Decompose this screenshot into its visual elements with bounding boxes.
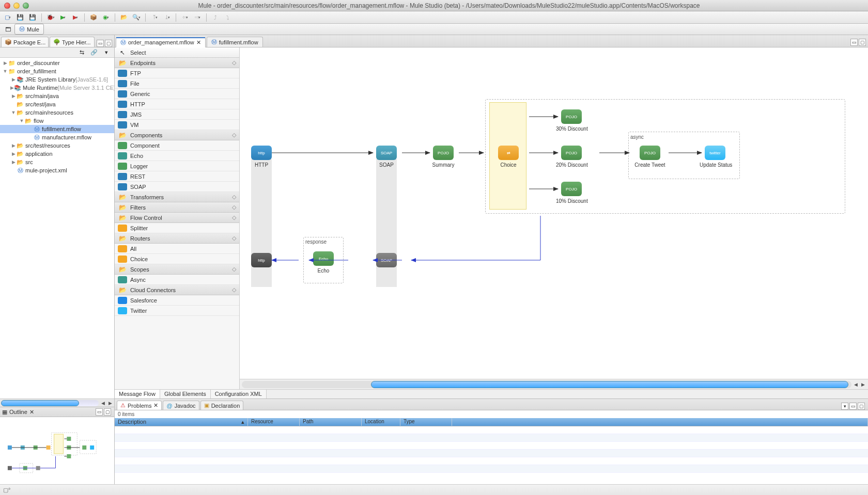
palette-entry[interactable]: Salesforce — [115, 295, 239, 306]
col-resource[interactable]: Resource — [248, 418, 300, 426]
tree-item[interactable]: Ⓜfufillment.mflow — [0, 125, 114, 133]
palette-entry[interactable]: Echo — [115, 151, 239, 161]
palette-category[interactable]: 📂Routers◇ — [115, 233, 239, 244]
tab-global-elements[interactable]: Global Elements — [160, 390, 211, 398]
tab-message-flow[interactable]: Message Flow — [115, 390, 160, 398]
view-minimize-button[interactable]: ▭ — [97, 40, 104, 47]
tree-twisty[interactable]: ▶ — [10, 151, 17, 156]
javadoc-tab[interactable]: @ Javadoc — [163, 401, 199, 410]
palette-entry[interactable]: Twitter — [115, 306, 239, 316]
tree-twisty[interactable]: ▶ — [10, 93, 17, 99]
palette-pin-icon[interactable]: ◇ — [232, 214, 236, 221]
palette-entry[interactable]: Component — [115, 140, 239, 151]
new-package-button[interactable]: 📦 — [88, 12, 99, 23]
palette-pin-icon[interactable]: ◇ — [232, 235, 236, 242]
node-30-discount[interactable]: POJO 30% Discount — [556, 109, 587, 132]
tree-item[interactable]: ▼📁order_fufillment — [0, 67, 114, 75]
tree-item[interactable]: ▶📚Mule Runtime [Mule Server 3.1.1 CE] — [0, 84, 114, 92]
palette-entry[interactable]: All — [115, 244, 239, 254]
mule-perspective-button[interactable]: Ⓜ Mule — [14, 24, 44, 35]
window-zoom-button[interactable] — [23, 3, 29, 9]
editor-minimize-button[interactable]: ▭ — [850, 39, 858, 46]
tree-twisty[interactable]: ▶ — [10, 77, 17, 82]
palette-category[interactable]: 📂Endpoints◇ — [115, 58, 239, 68]
palette-select-tool[interactable]: ↖ Select — [115, 47, 239, 58]
tree-item[interactable]: Ⓜmanufacturer.mflow — [0, 133, 114, 141]
palette-category[interactable]: 📂Components◇ — [115, 130, 239, 140]
collapse-all-button[interactable]: ⇆ — [76, 47, 87, 58]
palette-category[interactable]: 📂Transformers◇ — [115, 192, 239, 202]
nav-back-button[interactable]: ⇦▾ — [179, 12, 191, 23]
outline-tab[interactable]: ▦ Outline ✕ ▭ ▢ — [0, 407, 114, 417]
canvas-horizontal-scrollbar[interactable]: ◀ ▶ — [240, 379, 868, 389]
palette-entry[interactable]: VM — [115, 120, 239, 130]
palette-entry[interactable]: Choice — [115, 254, 239, 264]
palette-category[interactable]: 📂Flow Control◇ — [115, 213, 239, 223]
new-class-button[interactable]: ◉▾ — [100, 12, 112, 23]
tree-twisty[interactable]: ▶ — [2, 60, 8, 66]
palette-entry[interactable]: HTTP — [115, 99, 239, 109]
tree-item[interactable]: ▶📁order_discounter — [0, 59, 114, 67]
node-soap-return[interactable]: SOAP — [371, 253, 402, 267]
external-tools-button[interactable]: ▶▾ — [70, 12, 81, 23]
link-editor-button[interactable]: 🔗 — [88, 47, 100, 58]
toolbar-extra-2[interactable]: ⤵ — [222, 12, 234, 23]
palette-category[interactable]: 📂Scopes◇ — [115, 264, 239, 275]
palette-entry[interactable]: JMS — [115, 109, 239, 120]
palette[interactable]: ↖ Select 📂Endpoints◇FTPFileGenericHTTPJM… — [115, 47, 240, 389]
tree-item[interactable]: 📂src/test/java — [0, 100, 114, 108]
palette-pin-icon[interactable]: ◇ — [232, 286, 236, 293]
palette-entry[interactable]: FTP — [115, 68, 239, 78]
save-all-button[interactable]: 💾 — [27, 12, 38, 23]
palette-entry[interactable]: Generic — [115, 89, 239, 99]
col-location[interactable]: Location — [362, 418, 400, 426]
debug-button[interactable]: 🐞▾ — [45, 12, 56, 23]
tree-item[interactable]: ▼📂flow — [0, 117, 114, 125]
scroll-right-icon[interactable]: ▶ — [860, 381, 866, 388]
view-menu-button[interactable]: ▾ — [101, 47, 112, 58]
toolbar-extra-1[interactable]: ⤴ — [210, 12, 221, 23]
node-soap[interactable]: SOAP SOAP — [371, 146, 402, 168]
window-close-button[interactable] — [4, 3, 10, 9]
palette-entry[interactable]: SOAP — [115, 182, 239, 192]
node-create-tweet[interactable]: POJO Create Tweet — [634, 146, 665, 168]
node-summary[interactable]: POJO Summary — [428, 146, 459, 168]
close-icon[interactable]: ✕ — [153, 402, 158, 409]
col-description[interactable]: Description ▴ — [115, 418, 248, 426]
tree-twisty[interactable]: ▼ — [2, 69, 8, 74]
search-button[interactable]: 🔍▾ — [131, 12, 142, 23]
tab-configuration-xml[interactable]: Configuration XML — [211, 390, 267, 398]
palette-entry[interactable]: REST — [115, 171, 239, 182]
nav-next-annotation[interactable]: ⤓▾ — [161, 12, 173, 23]
node-http[interactable]: http HTTP — [246, 146, 277, 168]
node-20-discount[interactable]: POJO 20% Discount — [556, 146, 587, 168]
node-http-return[interactable]: http — [246, 253, 277, 267]
package-explorer-tree[interactable]: ▶📁order_discounter▼📁order_fufillment▶📚JR… — [0, 58, 114, 398]
problems-table[interactable]: Description ▴ Resource Path Location Typ… — [115, 418, 868, 484]
palette-pin-icon[interactable]: ◇ — [232, 266, 236, 273]
palette-entry[interactable]: Async — [115, 275, 239, 285]
palette-pin-icon[interactable]: ◇ — [232, 59, 236, 66]
package-explorer-tab[interactable]: 📦 Package E... ✕ — [1, 37, 49, 47]
declaration-tab[interactable]: ▣ Declaration — [200, 401, 244, 410]
palette-pin-icon[interactable]: ◇ — [232, 204, 236, 211]
node-10-discount[interactable]: POJO 10% Discount — [556, 182, 587, 204]
problems-tab[interactable]: ⚠ Problems ✕ — [117, 401, 162, 410]
editor-maximize-button[interactable]: ▢ — [859, 39, 866, 46]
palette-entry[interactable]: Splitter — [115, 223, 239, 233]
flow-canvas[interactable]: async response http HTTP SO — [240, 47, 868, 377]
tree-twisty[interactable]: ▼ — [19, 118, 25, 123]
tree-twisty[interactable]: ▶ — [10, 159, 17, 165]
palette-pin-icon[interactable]: ◇ — [232, 194, 236, 200]
col-extra[interactable] — [452, 418, 868, 426]
view-maximize-button[interactable]: ▢ — [104, 408, 111, 416]
col-path[interactable]: Path — [300, 418, 362, 426]
tree-twisty[interactable]: ▼ — [10, 110, 17, 115]
node-echo[interactable]: Echo Echo — [308, 251, 339, 274]
save-button[interactable]: 💾 — [14, 12, 26, 23]
view-minimize-button[interactable]: ▭ — [96, 408, 103, 416]
palette-pin-icon[interactable]: ◇ — [232, 132, 236, 138]
palette-entry[interactable]: Logger — [115, 161, 239, 171]
tree-item[interactable]: ▼📂src/main/resources — [0, 108, 114, 117]
open-type-button[interactable]: 📂 — [118, 12, 130, 23]
